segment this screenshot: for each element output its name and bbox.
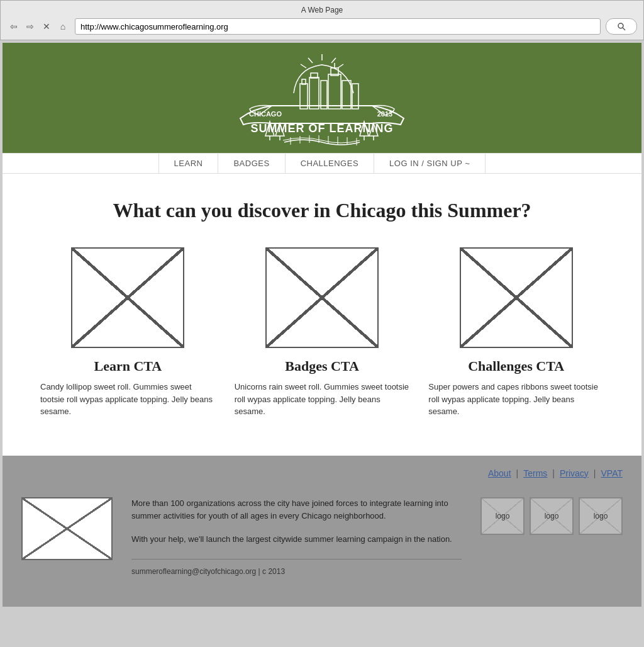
home-button[interactable]: ⌂ xyxy=(56,20,70,33)
learn-desc: Candy lollipop sweet roll. Gummies sweet… xyxy=(40,381,216,418)
partner-logo-1: logo xyxy=(480,497,525,535)
svg-line-18 xyxy=(338,64,343,68)
back-button[interactable]: ⇦ xyxy=(7,20,21,33)
footer-text: More than 100 organizations across the c… xyxy=(131,497,462,588)
nav-challenges[interactable]: CHALLENGES xyxy=(286,154,374,173)
badges-title: Badges CTA xyxy=(285,358,359,374)
main-content: What can you discover in Chicago this Su… xyxy=(3,174,641,456)
search-icon xyxy=(617,22,626,31)
nav-badges[interactable]: BADGES xyxy=(218,154,285,173)
footer-divider xyxy=(131,559,462,560)
logo-container: CHICAGO 2013 xyxy=(203,49,441,147)
svg-rect-8 xyxy=(321,81,327,109)
challenges-desc: Super powers and capes ribbons sweet too… xyxy=(428,381,604,418)
nav-learn[interactable]: LEARN xyxy=(158,154,219,173)
learn-image xyxy=(71,247,184,348)
main-heading: What can you discover in Chicago this Su… xyxy=(40,199,604,222)
page-wrapper: CHICAGO 2013 xyxy=(0,40,644,609)
svg-line-15 xyxy=(308,58,313,63)
svg-line-1 xyxy=(623,28,625,30)
partner-logo-2: logo xyxy=(530,497,574,535)
svg-line-16 xyxy=(331,58,336,63)
nav-login[interactable]: LOG IN / SIGN UP ~ xyxy=(374,154,486,173)
challenges-card: Challenges CTA Super powers and capes ri… xyxy=(428,247,604,418)
badges-card: Badges CTA Unicorns rain sweet roll. Gum… xyxy=(235,247,410,418)
address-bar[interactable] xyxy=(75,18,601,35)
svg-rect-12 xyxy=(342,81,351,109)
svg-text:2013: 2013 xyxy=(377,110,392,118)
footer-email: summeroflearning@cityofchicago.org | c 2… xyxy=(131,566,462,578)
footer-vpat-link[interactable]: VPAT xyxy=(601,468,623,478)
nav-buttons: ⇦ ⇨ ✕ ⌂ xyxy=(7,20,70,33)
challenges-title: Challenges CTA xyxy=(468,358,564,374)
footer-about-link[interactable]: About xyxy=(488,468,511,478)
browser-toolbar: ⇦ ⇨ ✕ ⌂ xyxy=(7,18,637,35)
browser-title: A Web Page xyxy=(7,6,637,14)
site-footer: About | Terms | Privacy | VPAT More than… xyxy=(3,456,641,607)
partner-logo-3: logo xyxy=(579,497,623,535)
svg-text:CHICAGO: CHICAGO xyxy=(249,110,282,118)
site-header: CHICAGO 2013 xyxy=(3,43,641,153)
site-logo: CHICAGO 2013 xyxy=(203,49,441,147)
svg-point-0 xyxy=(618,23,623,28)
browser-chrome: A Web Page ⇦ ⇨ ✕ ⌂ xyxy=(0,0,644,40)
footer-bottom: More than 100 organizations across the c… xyxy=(21,497,623,588)
footer-body-2: With your help, we'll launch the largest… xyxy=(131,533,462,546)
learn-title: Learn CTA xyxy=(94,358,162,374)
stop-button[interactable]: ✕ xyxy=(40,20,53,33)
svg-rect-9 xyxy=(328,74,341,109)
footer-links: About | Terms | Privacy | VPAT xyxy=(21,468,623,478)
svg-rect-6 xyxy=(309,77,319,109)
footer-terms-link[interactable]: Terms xyxy=(523,468,547,478)
footer-logo xyxy=(21,497,113,560)
search-button[interactable] xyxy=(606,18,637,35)
learn-card: Learn CTA Candy lollipop sweet roll. Gum… xyxy=(40,247,216,418)
footer-privacy-link[interactable]: Privacy xyxy=(560,468,589,478)
challenges-image xyxy=(460,247,573,348)
badges-image xyxy=(265,247,379,348)
svg-line-17 xyxy=(301,64,306,68)
forward-button[interactable]: ⇨ xyxy=(23,20,37,33)
footer-partner-logos: logo logo logo xyxy=(480,497,623,535)
cta-cards: Learn CTA Candy lollipop sweet roll. Gum… xyxy=(40,247,604,418)
footer-body-1: More than 100 organizations across the c… xyxy=(131,497,462,524)
site-nav: LEARN BADGES CHALLENGES LOG IN / SIGN UP… xyxy=(3,153,641,174)
badges-desc: Unicorns rain sweet roll. Gummies sweet … xyxy=(235,381,410,418)
